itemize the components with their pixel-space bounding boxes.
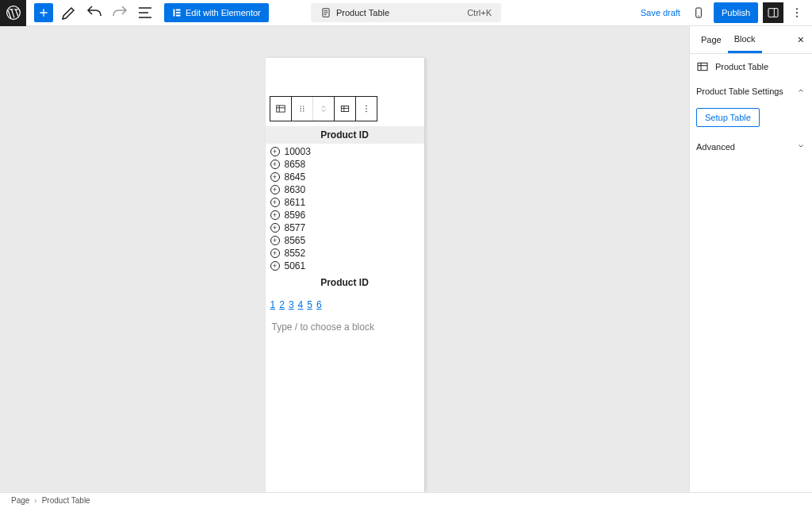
table-body: 1000386588645863086118596857785658552506… [266,144,424,272]
tab-block[interactable]: Block [728,26,762,53]
page-link[interactable]: 1 [270,299,276,310]
product-id: 8611 [285,197,306,208]
pagination: 123456 [266,291,424,310]
block-settings-icon[interactable] [335,97,356,121]
breadcrumb-separator-icon: › [34,496,36,505]
inspector-sidebar: Page Block × Product Table Product Table… [689,26,812,492]
expand-icon[interactable] [270,147,280,156]
page-link[interactable]: 4 [298,299,304,310]
svg-rect-2 [176,10,181,11]
edit-mode-icon[interactable] [59,3,79,22]
product-id: 8552 [285,248,306,259]
svg-rect-18 [341,106,348,112]
expand-icon[interactable] [270,236,280,245]
tab-page[interactable]: Page [695,26,728,53]
block-header: Product Table [266,58,424,96]
publish-label: Publish [722,8,750,17]
move-block-icon[interactable] [313,97,335,121]
preview-icon[interactable] [688,2,709,23]
page-link[interactable]: 2 [279,299,285,310]
expand-icon[interactable] [270,248,280,258]
table-row[interactable]: 8565 [270,234,419,247]
main: Product Table [0,26,812,492]
product-id: 8645 [285,171,306,183]
svg-point-19 [366,106,367,107]
breadcrumb-page[interactable]: Page [11,496,29,505]
svg-point-20 [366,108,367,110]
panel-body: Setup Table [690,103,812,135]
table-row[interactable]: 8596 [270,209,419,221]
breadcrumb-bar: Page › Product Table [0,492,812,508]
expand-icon[interactable] [270,198,280,207]
product-id: 8565 [285,235,306,246]
toolbar-right: Save draft Publish [641,2,812,23]
svg-point-13 [303,106,304,106]
panel-advanced[interactable]: Advanced [690,135,812,159]
product-id: 8630 [285,184,306,195]
canvas-area[interactable]: Product Table [0,26,689,492]
table-row[interactable]: 8630 [270,183,419,196]
wordpress-logo[interactable] [0,0,26,26]
undo-icon[interactable] [85,3,104,22]
table-row[interactable]: 5061 [270,260,419,272]
expand-icon[interactable] [270,210,280,220]
svg-rect-7 [768,9,778,17]
product-id: 8577 [285,222,306,233]
svg-point-10 [796,16,798,17]
chevron-down-icon [796,141,806,152]
page-link[interactable]: 3 [289,299,294,310]
table-row[interactable]: 8645 [270,171,419,183]
add-block-button[interactable] [34,3,53,22]
breadcrumb-block[interactable]: Product Table [42,496,90,505]
svg-rect-22 [698,63,707,70]
panel-advanced-label: Advanced [696,142,735,152]
block-type-icon[interactable] [270,97,292,121]
product-id: 8658 [285,159,306,170]
expand-icon[interactable] [270,185,280,194]
expand-icon[interactable] [270,223,280,233]
save-draft-button[interactable]: Save draft [641,8,680,17]
sidebar-toggle-button[interactable] [763,2,783,23]
edit-with-elementor-button[interactable]: Edit with Elementor [164,3,269,22]
toolbar-left: Edit with Elementor [26,3,269,22]
product-id: 5061 [285,260,306,271]
document-shortcut: Ctrl+K [467,8,492,17]
panel-settings-label: Product Table Settings [696,87,783,96]
block-label: Product Table [715,62,768,71]
add-block-placeholder[interactable]: Type / to choose a block [266,310,424,344]
document-title: Product Table [336,8,467,17]
more-options-icon[interactable] [787,2,807,23]
topbar: Edit with Elementor Product Table Ctrl+K… [0,0,812,26]
panel-product-table-settings[interactable]: Product Table Settings [690,79,812,103]
inspector-tabs: Page Block × [690,26,812,54]
svg-point-14 [300,108,301,109]
close-inspector-icon[interactable]: × [795,33,807,46]
svg-rect-1 [174,10,175,17]
svg-point-21 [366,111,367,113]
svg-point-17 [303,110,304,111]
table-row[interactable]: 8611 [270,196,419,209]
table-row[interactable]: 10003 [270,145,419,158]
document-title-bar[interactable]: Product Table Ctrl+K [311,3,501,22]
table-row[interactable]: 8552 [270,247,419,260]
drag-handle-icon[interactable] [292,97,313,121]
svg-rect-4 [176,15,181,17]
setup-table-button[interactable]: Setup Table [696,108,760,127]
redo-icon [110,3,129,22]
block-toolbar[interactable] [270,96,377,121]
svg-rect-3 [176,12,181,13]
page-link[interactable]: 5 [307,299,312,310]
page-link[interactable]: 6 [316,299,322,310]
expand-icon[interactable] [270,160,280,169]
publish-button[interactable]: Publish [714,2,758,23]
elementor-label: Edit with Elementor [186,8,261,17]
document-overview-icon[interactable] [136,3,155,22]
block-identity[interactable]: Product Table [690,54,812,79]
svg-point-15 [303,108,304,109]
expand-icon[interactable] [270,261,280,271]
table-row[interactable]: 8577 [270,221,419,234]
table-row[interactable]: 8658 [270,158,419,171]
mobile-preview-frame: Product Table [266,58,424,492]
block-more-icon[interactable] [356,97,377,121]
expand-icon[interactable] [270,172,280,182]
